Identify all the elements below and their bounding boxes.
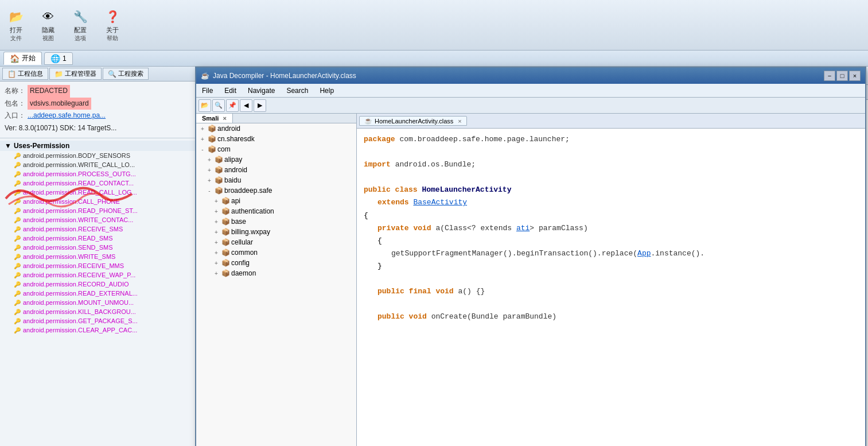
permission-item-13[interactable]: 🔑android.permission.RECEIVE_WAP_P... [0,270,217,280]
sub-open-btn[interactable]: 📂 [198,99,211,112]
menu-edit[interactable]: Edit [221,86,240,95]
decompiler-code-tabs: ☕ HomeLauncherActivity.class × [357,114,865,129]
permission-item-0[interactable]: 🔑android.permission.BODY_SENSORS [0,151,217,160]
decompiler-tree[interactable]: Smali × +📦android+📦cn.sharesdk-📦com+📦ali… [196,114,357,446]
tree-node-5[interactable]: +📦baidu [196,175,356,185]
tree-node-1[interactable]: +📦cn.sharesdk [196,134,356,144]
tab-project-info[interactable]: 📋 工程信息 [2,68,48,80]
left-panel: 📋 工程信息 📁 工程管理器 🔍 工程搜索 👁 名称： REDACTED [0,67,218,446]
tree-node-7[interactable]: +📦api [196,196,356,206]
tool-btn-about[interactable]: ❓ 关于 帮助 [101,5,124,45]
tree-node-0[interactable]: +📦android [196,123,356,134]
tab-home[interactable]: 🏠 开始 [3,52,42,65]
titlebar-title: ☕ Java Decompiler - HomeLauncherActivity… [201,72,356,80]
dc-line-final-method: public final void a() {} [364,285,858,298]
permission-item-16[interactable]: 🔑android.permission.MOUNT_UNMOU... [0,298,217,307]
permission-item-19[interactable]: 🔑android.permission.CLEAR_APP_CAC... [0,325,217,335]
node-icon-3: 📦 [215,156,223,164]
menu-search[interactable]: Search [283,86,312,95]
sub-pin-btn[interactable]: 📌 [226,99,239,112]
permission-item-6[interactable]: 🔑android.permission.READ_PHONE_ST... [0,206,217,215]
tree-node-12[interactable]: +📦common [196,247,356,258]
sub-forward-btn[interactable]: ▶ [254,99,266,112]
dc-line-blank3 [364,273,858,285]
tool-btn-hide[interactable]: 👁 隐藏 视图 [37,5,60,45]
permission-item-7[interactable]: 🔑android.permission.WRITE_CONTAC... [0,215,217,224]
sub-search-btn[interactable]: 🔍 [212,99,225,112]
permission-item-9[interactable]: 🔑android.permission.READ_SMS [0,234,217,243]
permission-icon-10: 🔑 [14,245,21,251]
tool-btn-open[interactable]: 📂 打开 文件 [5,5,28,45]
menu-help[interactable]: Help [316,86,337,95]
tree-node-4[interactable]: +📦android [196,165,356,175]
permission-item-1[interactable]: 🔑android.permission.WRITE_CALL_LO... [0,160,217,169]
permission-label-7: android.permission.WRITE_CONTAC... [23,216,133,223]
tree-node-2[interactable]: -📦com [196,144,356,154]
tree-node-13[interactable]: +📦config [196,258,356,268]
permission-label-12: android.permission.RECEIVE_MMS [23,262,124,269]
about-icon: ❓ [103,7,122,26]
menu-file[interactable]: File [198,86,216,95]
dcode-tab-class[interactable]: ☕ HomeLauncherActivity.class × [359,116,467,126]
tree-node-3[interactable]: +📦alipay [196,154,356,165]
permission-item-14[interactable]: 🔑android.permission.RECORD_AUDIO [0,280,217,289]
version-value: Ver: 8.3.0(10071) SDK: 14 TargetS... [5,122,116,135]
tab-1[interactable]: 🌐 1 [44,52,73,65]
tab-project-search[interactable]: 🔍 工程搜索 [103,68,149,80]
expand-icon-10: + [212,229,220,235]
dc-line-method-body: getSupportFragmentManager().beginTransac… [364,247,858,260]
permission-item-12[interactable]: 🔑android.permission.RECEIVE_MMS [0,261,217,270]
tree-view[interactable]: ▼ Uses-Permission 🔑android.permission.BO… [0,138,217,446]
menu-navigate[interactable]: Navigate [244,86,278,95]
node-icon-8: 📦 [221,207,230,215]
permission-item-3[interactable]: 🔑android.permission.READ_CONTACT... [0,179,217,188]
node-label-7: api [231,197,240,205]
entry-link[interactable]: ...addeep.safe.home.pa... [28,110,106,122]
node-label-8: authentication [231,207,274,215]
permission-item-2[interactable]: 🔑android.permission.PROCESS_OUTG... [0,169,217,179]
tab-project-manager[interactable]: 📁 工程管理器 [49,68,102,80]
permission-item-18[interactable]: 🔑android.permission.GET_PACKAGE_S... [0,316,217,325]
permission-item-4[interactable]: 🔑android.permission.READ_CALL_LOG... [0,188,217,197]
permission-item-17[interactable]: 🔑android.permission.KILL_BACKGROU... [0,307,217,316]
tree-node-11[interactable]: +📦cellular [196,237,356,247]
dtree-tab-close[interactable]: × [223,115,226,122]
tree-node-8[interactable]: +📦authentication [196,206,356,216]
decompiler-code-content[interactable]: package com.broaddeep.safe.home.page.lau… [357,129,865,446]
tree-node-14[interactable]: +📦daemon [196,268,356,278]
sub-back-btn[interactable]: ◀ [240,99,252,112]
permission-item-5[interactable]: 🔑android.permission.CALL_PHONE [0,197,217,206]
permission-label-15: android.permission.READ_EXTERNAL... [23,290,138,297]
dc-line-blank2 [364,171,858,184]
main-tabbar: 🏠 开始 🌐 1 [0,51,868,67]
permission-item-10[interactable]: 🔑android.permission.SEND_SMS [0,243,217,252]
tree-nodes-container: +📦android+📦cn.sharesdk-📦com+📦alipay+📦and… [196,123,356,278]
node-icon-1: 📦 [208,135,216,143]
decompiler-content: Smali × +📦android+📦cn.sharesdk-📦com+📦ali… [196,114,865,446]
permission-label-4: android.permission.READ_CALL_LOG... [23,189,137,196]
permission-item-15[interactable]: 🔑android.permission.READ_EXTERNAL... [0,289,217,298]
permission-label-9: android.permission.READ_SMS [23,235,113,242]
decompiler-icon: ☕ [201,72,209,80]
open-sublabel: 文件 [10,34,22,42]
dtree-tab-smali[interactable]: Smali × [196,114,233,123]
permission-item-8[interactable]: 🔑android.permission.RECEIVE_SMS [0,224,217,234]
manager-icon: 📁 [55,70,63,78]
permission-icon-4: 🔑 [14,189,21,196]
expand-icon-9: + [212,219,220,225]
tool-btn-config[interactable]: 🔧 配置 选项 [69,5,92,45]
dcode-tab-close[interactable]: × [458,118,461,125]
uses-permission-group[interactable]: ▼ Uses-Permission [0,141,217,151]
node-icon-7: 📦 [221,197,230,205]
close-btn[interactable]: × [849,71,861,81]
permission-item-11[interactable]: 🔑android.permission.WRITE_SMS [0,252,217,261]
permission-icon-15: 🔑 [14,290,21,297]
minimize-btn[interactable]: − [824,71,835,81]
node-label-0: android [217,125,240,133]
maximize-btn[interactable]: □ [836,71,848,81]
tree-node-6[interactable]: -📦broaddeep.safe [196,185,356,196]
tree-node-9[interactable]: +📦base [196,216,356,227]
permission-label-0: android.permission.BODY_SENSORS [23,152,130,159]
expand-icon-13: + [212,260,220,266]
tree-node-10[interactable]: +📦billing.wxpay [196,227,356,237]
